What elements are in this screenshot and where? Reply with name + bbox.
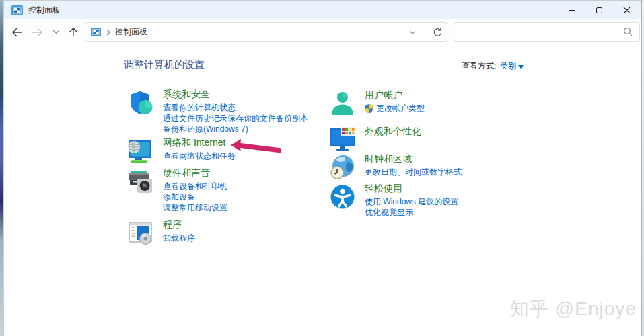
link-review-computer-status[interactable]: 查看你的计算机状态 xyxy=(163,102,308,113)
category-programs: 程序 卸载程序 xyxy=(127,219,195,247)
dropdown-triangle-icon xyxy=(518,65,524,69)
category-title-hardware-sound[interactable]: 硬件和声音 xyxy=(163,167,227,179)
desktop-sliver-right xyxy=(641,0,644,336)
control-panel-window: 控制面板 xyxy=(3,0,641,336)
back-icon xyxy=(11,28,23,37)
category-title-clock-region[interactable]: 时钟和区域 xyxy=(365,153,462,165)
network-monitor-icon[interactable] xyxy=(127,138,154,165)
screen: 控制面板 xyxy=(0,0,644,336)
watermark: 知乎 @Enjoye xyxy=(510,296,637,322)
link-change-date-time-formats[interactable]: 更改日期、时间或数字格式 xyxy=(365,167,462,177)
category-title-user-accounts[interactable]: 用户帐户 xyxy=(365,89,425,101)
refresh-button[interactable] xyxy=(429,23,445,41)
recent-pages-button[interactable] xyxy=(47,24,65,40)
category-network-internet: 网络和 Internet 查看网络状态和任务 xyxy=(127,137,236,165)
address-bar[interactable]: 控制面板 xyxy=(85,22,448,42)
forward-icon xyxy=(32,28,43,37)
link-backup-restore-win7[interactable]: 备份和还原(Windows 7) xyxy=(163,124,308,134)
category-title-programs[interactable]: 程序 xyxy=(163,219,195,230)
link-change-account-type[interactable]: 更改帐户类型 xyxy=(365,103,425,114)
category-title-ease-of-access[interactable]: 轻松使用 xyxy=(365,183,458,194)
category-user-accounts: 用户帐户 更改帐户类型 xyxy=(329,89,425,117)
view-by-dropdown[interactable]: 类别 xyxy=(500,60,524,72)
user-silhouette-icon[interactable] xyxy=(329,90,356,117)
address-dropdown-button[interactable] xyxy=(404,23,421,41)
shield-icon[interactable] xyxy=(127,89,154,116)
link-view-devices-printers[interactable]: 查看设备和打印机 xyxy=(163,181,227,192)
maximize-icon xyxy=(596,7,602,13)
breadcrumb[interactable]: 控制面板 xyxy=(115,26,147,38)
minimize-button[interactable] xyxy=(558,1,585,19)
category-title-system-security[interactable]: 系统和安全 xyxy=(163,89,308,100)
close-button[interactable] xyxy=(613,1,641,19)
printer-speaker-icon[interactable] xyxy=(127,168,154,195)
minimize-icon xyxy=(569,10,575,11)
category-system-security: 系统和安全 查看你的计算机状态 通过文件历史记录保存你的文件备份副本 备份和还原… xyxy=(127,89,308,134)
link-adjust-mobility-settings[interactable]: 调整常用移动设置 xyxy=(163,202,227,213)
back-button[interactable] xyxy=(8,24,26,40)
programs-disc-icon[interactable] xyxy=(127,220,154,247)
annotation-arrow-icon xyxy=(230,138,283,159)
page-title: 调整计算机的设置 xyxy=(124,58,205,71)
up-button[interactable] xyxy=(65,24,82,40)
address-location-icon xyxy=(91,28,101,36)
globe-clock-icon[interactable] xyxy=(329,154,356,181)
chevron-down-icon xyxy=(409,30,416,34)
chevron-down-icon xyxy=(52,30,60,34)
titlebar: 控制面板 xyxy=(4,1,641,19)
accessibility-icon[interactable] xyxy=(329,183,356,210)
text-caret xyxy=(460,27,460,38)
category-ease-of-access: 轻松使用 使用 Windows 建议的设置 优化视觉显示 xyxy=(329,183,458,218)
close-icon xyxy=(623,7,631,14)
category-title-appearance-personalization[interactable]: 外观和个性化 xyxy=(365,126,421,137)
breadcrumb-chevron-icon xyxy=(106,29,110,36)
up-arrow-icon xyxy=(69,27,78,37)
category-title-network-internet[interactable]: 网络和 Internet xyxy=(163,137,236,149)
maximize-button[interactable] xyxy=(585,1,613,19)
window-controls xyxy=(558,1,641,19)
view-by-control: 查看方式: 类别 xyxy=(462,60,524,72)
link-suggested-settings[interactable]: 使用 Windows 建议的设置 xyxy=(365,196,458,207)
link-optimize-visual-display[interactable]: 优化视觉显示 xyxy=(365,207,458,218)
link-file-history-backup[interactable]: 通过文件历史记录保存你的文件备份副本 xyxy=(163,113,308,124)
category-hardware-sound: 硬件和声音 查看设备和打印机 添加设备 调整常用移动设置 xyxy=(127,167,227,213)
window-title: 控制面板 xyxy=(28,5,61,16)
link-uninstall-program[interactable]: 卸载程序 xyxy=(163,233,195,243)
view-by-label: 查看方式: xyxy=(462,60,496,72)
personalization-monitor-icon[interactable] xyxy=(329,126,356,153)
uac-shield-icon xyxy=(365,103,373,114)
category-appearance-personalization: 外观和个性化 xyxy=(329,126,421,153)
control-panel-icon xyxy=(11,5,23,15)
search-input[interactable] xyxy=(454,22,640,42)
link-view-network-status[interactable]: 查看网络状态和任务 xyxy=(163,151,236,161)
refresh-icon xyxy=(432,27,442,37)
category-clock-region: 时钟和区域 更改日期、时间或数字格式 xyxy=(329,153,462,181)
forward-button[interactable] xyxy=(28,24,46,40)
search-icon xyxy=(623,27,633,39)
navigation-bar: 控制面板 xyxy=(4,19,641,44)
link-add-device[interactable]: 添加设备 xyxy=(163,192,227,202)
